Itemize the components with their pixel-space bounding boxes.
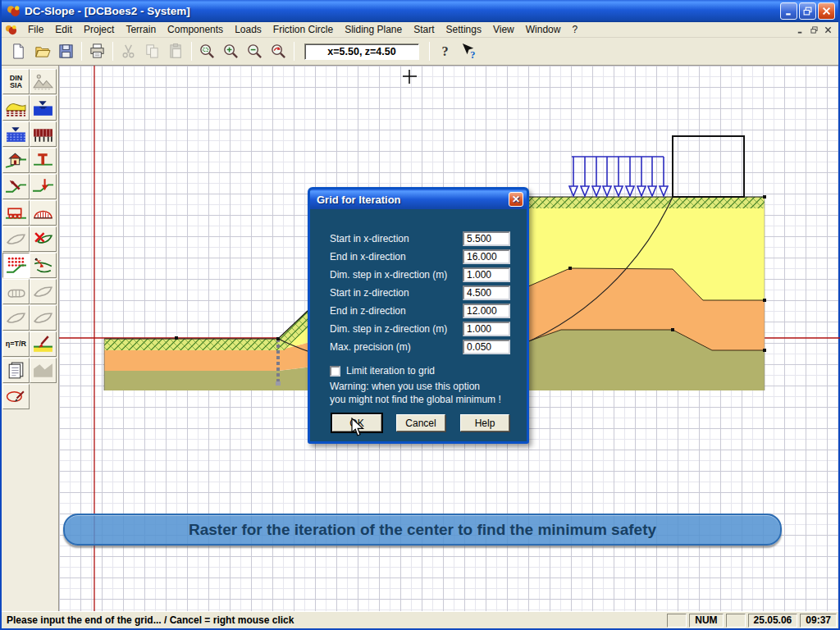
- field-input-start-in-z-direction[interactable]: [463, 285, 510, 300]
- menu-item-file[interactable]: File: [22, 22, 49, 37]
- menu-item-start[interactable]: Start: [408, 22, 440, 37]
- palette-safety-eta-button[interactable]: η=T/R: [2, 331, 30, 357]
- cut-icon: [120, 43, 137, 60]
- drainage-icon: [32, 151, 54, 170]
- field-label-1: End in x-direction: [330, 251, 463, 262]
- field-label-0: Start in x-direction: [330, 233, 463, 244]
- palette-groundwater-button[interactable]: [2, 121, 30, 147]
- status-time: 09:37: [800, 614, 837, 628]
- minimize-button[interactable]: [780, 2, 797, 20]
- palette-anchor-button[interactable]: [30, 200, 57, 226]
- field-input-dim-step-in-z-direction-m-[interactable]: [463, 322, 510, 336]
- cut-button: [117, 41, 139, 62]
- field-input-max-precision-m-[interactable]: [463, 340, 510, 354]
- field-input-end-in-z-direction[interactable]: [463, 304, 510, 318]
- new-button[interactable]: [7, 41, 30, 62]
- menu-item-settings[interactable]: Settings: [441, 22, 487, 37]
- palette-soil-paint-button[interactable]: [30, 331, 57, 357]
- menu-item--[interactable]: ?: [566, 22, 583, 37]
- system-photo-icon: [32, 72, 54, 91]
- warning-line-1: Warning: when you use this option: [330, 380, 527, 393]
- menu-item-sliding-plane[interactable]: Sliding Plane: [339, 22, 408, 37]
- toolbar-separator: [294, 42, 294, 61]
- palette-drainage-button[interactable]: [30, 148, 57, 173]
- palette-sliding-circle-button[interactable]: r: [30, 253, 57, 278]
- save-button[interactable]: [55, 41, 77, 62]
- dowel-icon: [5, 282, 27, 301]
- palette-water-level-button[interactable]: [30, 95, 57, 121]
- mdi-restore-button[interactable]: [807, 24, 821, 36]
- menu-item-loads[interactable]: Loads: [229, 22, 267, 37]
- palette-soil-layers-button[interactable]: [2, 95, 30, 121]
- menu-item-view[interactable]: View: [487, 22, 520, 37]
- palette-embankment-button[interactable]: [30, 121, 57, 147]
- zoom-in-button[interactable]: [220, 41, 242, 62]
- dialog-title-bar[interactable]: Grid for Iteration ✕: [310, 189, 527, 209]
- dialog-title: Grid for Iteration: [317, 194, 401, 206]
- tool-palette: DIN SIArη=T/R: [2, 66, 59, 611]
- polygon-tool-icon: [5, 230, 27, 249]
- report-icon: [5, 361, 27, 380]
- limit-iteration-label: Limit iteration to grid: [346, 365, 435, 377]
- title-bar[interactable]: DC-Slope - [DCBoes2 - System]: [2, 0, 838, 22]
- zoom-previous-button[interactable]: [267, 41, 290, 62]
- mdi-close-button[interactable]: [821, 24, 835, 36]
- status-date: 25.05.06: [748, 614, 798, 628]
- zoom-window-button[interactable]: [196, 41, 218, 62]
- menu-item-edit[interactable]: Edit: [49, 22, 78, 37]
- embankment-icon: [32, 125, 54, 144]
- palette-delete-element-button[interactable]: [30, 226, 57, 252]
- cancel-button[interactable]: Cancel: [396, 414, 445, 431]
- dialog-close-icon[interactable]: ✕: [509, 192, 523, 207]
- safety-eta-label: η=T/R: [6, 340, 26, 348]
- warning-text: Warning: when you use this option you mi…: [310, 380, 527, 406]
- menu-item-friction-circle[interactable]: Friction Circle: [267, 22, 339, 37]
- field-input-start-in-x-direction[interactable]: [463, 231, 510, 246]
- mdi-minimize-button[interactable]: [793, 24, 807, 36]
- anchor-icon: [32, 203, 54, 222]
- warning-line-2: you might not find the global minimum !: [330, 393, 527, 406]
- main-toolbar: x=5.50, z=4.50??: [2, 38, 838, 66]
- palette-point-load-button[interactable]: [30, 174, 57, 199]
- delete-element-icon: [32, 230, 54, 249]
- file-new-icon: [10, 43, 27, 60]
- status-message: Please input the end of the grid... / Ca…: [2, 614, 664, 626]
- menu-item-window[interactable]: Window: [520, 22, 567, 37]
- print-button[interactable]: [86, 41, 108, 62]
- soil-paint-icon: [32, 335, 54, 354]
- status-panel-blank-1: [667, 614, 687, 628]
- document-icon[interactable]: [5, 24, 17, 36]
- palette-report-button[interactable]: [2, 358, 30, 383]
- zoom-out-button[interactable]: [244, 41, 266, 62]
- help-button[interactable]: ?: [434, 41, 456, 62]
- palette-building-button[interactable]: [2, 148, 30, 173]
- coordinate-display: x=5.50, z=4.50: [304, 43, 419, 60]
- menu-item-project[interactable]: Project: [78, 22, 120, 37]
- close-button[interactable]: [818, 2, 835, 20]
- menu-item-terrain[interactable]: Terrain: [120, 22, 162, 37]
- limit-iteration-row: Limit iteration to grid: [330, 365, 527, 377]
- palette-standard-din-sia-button[interactable]: DIN SIA: [2, 69, 30, 94]
- freehand-circle-icon: [5, 387, 27, 406]
- window-title: DC-Slope - [DCBoes2 - System]: [25, 5, 778, 17]
- zoom-out-icon: [246, 43, 263, 60]
- palette-iteration-grid-button[interactable]: [2, 253, 30, 278]
- context-help-button[interactable]: ?: [458, 41, 480, 62]
- help-dialog-button[interactable]: Help: [460, 414, 509, 431]
- dialog-field-row: Start in x-direction: [310, 231, 527, 246]
- palette-polygon-tool-button: [2, 226, 30, 252]
- open-button[interactable]: [31, 41, 53, 62]
- field-input-dim-step-in-x-direction-m-[interactable]: [463, 267, 510, 282]
- ok-button[interactable]: OK: [332, 414, 381, 431]
- palette-traffic-load-button[interactable]: [2, 200, 30, 226]
- menu-item-components[interactable]: Components: [162, 22, 229, 37]
- palette-freehand-circle-button[interactable]: [2, 384, 30, 409]
- field-input-end-in-x-direction[interactable]: [463, 249, 510, 264]
- restore-button[interactable]: [799, 2, 816, 20]
- palette-dowel-button: [2, 279, 30, 304]
- palette-slice-button: [30, 279, 57, 304]
- water-level-icon: [32, 98, 54, 117]
- palette-slope-edit-button[interactable]: [2, 174, 30, 199]
- limit-iteration-checkbox[interactable]: [330, 366, 340, 377]
- grid-for-iteration-dialog: Grid for Iteration ✕ Start in x-directio…: [308, 187, 529, 444]
